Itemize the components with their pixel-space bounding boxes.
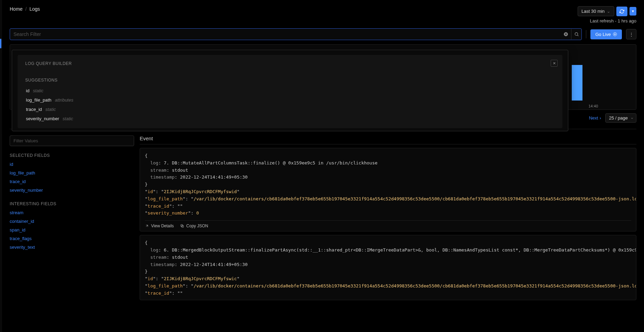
top-right-controls: Last 30 min ⌄ ▼ Last refresh - 1 hrs ago <box>578 6 636 23</box>
more-button[interactable]: ⋮ <box>626 29 636 39</box>
divider <box>586 30 586 38</box>
interesting-fields-list: stream container_id span_id trace_flags … <box>10 208 134 252</box>
selected-fields-header: SELECTED FIELDS <box>10 153 134 158</box>
suggestion-item[interactable]: severity_number static <box>25 114 555 123</box>
log-value: 6. DB::MergedBlockOutputStream::finalize… <box>164 247 636 253</box>
page-size-label: 25 / page <box>609 115 628 121</box>
last-refresh-text: Last refresh - 1 hrs ago <box>590 18 636 23</box>
go-live-label: Go Live <box>595 32 611 37</box>
field-item[interactable]: trace_flags <box>10 234 134 243</box>
log-file-path: /var/lib/docker/containers/cb681da0ebfef… <box>194 283 636 288</box>
field-item[interactable]: container_id <box>10 217 134 226</box>
clear-button[interactable] <box>561 29 571 39</box>
caret-down-icon: ▼ <box>631 9 635 13</box>
log-value: 7. DB::MutateAllPartColumnsTask::finaliz… <box>164 160 377 165</box>
next-button[interactable]: Next › <box>589 115 601 121</box>
close-button[interactable]: ✕ <box>551 60 558 67</box>
search-button[interactable] <box>571 29 581 39</box>
next-label: Next <box>589 115 598 121</box>
suggestions-title: SUGGESTIONS <box>25 78 555 83</box>
field-item[interactable]: trace_id <box>10 177 134 186</box>
interesting-fields-header: INTERESTING FIELDS <box>10 201 134 206</box>
selected-fields-list: id log_file_path trace_id severity_numbe… <box>10 160 134 195</box>
clear-icon <box>563 32 568 37</box>
log-stream: stdout <box>172 168 188 173</box>
log-timestamp: 2022-12-24T14:41:49+05:30 <box>180 262 248 267</box>
query-builder-title: LOG QUERY BUILDER <box>25 61 555 66</box>
breadcrumb: Home / Logs <box>10 6 636 12</box>
svg-line-2 <box>577 35 578 36</box>
refresh-dropdown[interactable]: ▼ <box>629 7 636 16</box>
chevron-right-icon: › <box>599 115 601 121</box>
close-icon: ✕ <box>553 61 556 65</box>
suggestion-item[interactable]: trace_id static <box>25 105 555 114</box>
log-severity: 0 <box>196 210 199 216</box>
chart-bar[interactable] <box>572 65 582 101</box>
log-stream: stdout <box>172 255 188 260</box>
page-size-select[interactable]: 25 / page <box>605 113 636 123</box>
search-input[interactable] <box>10 29 561 40</box>
suggestion-item[interactable]: id static <box>25 86 555 95</box>
time-range-label: Last 30 min <box>581 9 605 14</box>
query-builder-overlay: ✕ LOG QUERY BUILDER SUGGESTIONS id stati… <box>12 50 568 131</box>
suggestions-list: id static log_file_path attributes trace… <box>25 86 555 123</box>
copy-json-button[interactable]: Copy JSON <box>180 224 208 228</box>
go-live-button[interactable]: Go Live <box>590 29 622 39</box>
breadcrumb-logs[interactable]: Logs <box>29 6 40 12</box>
copy-icon <box>180 224 184 228</box>
field-item[interactable]: log_file_path <box>10 169 134 177</box>
search-wrap <box>10 28 582 40</box>
more-vertical-icon: ⋮ <box>629 32 634 37</box>
refresh-button[interactable] <box>616 7 627 16</box>
log-timestamp: 2022-12-24T14:41:49+05:30 <box>180 174 248 180</box>
view-details-button[interactable]: View Details <box>145 224 174 228</box>
play-icon <box>613 32 617 36</box>
suggestion-item[interactable]: log_file_path attributes <box>25 95 555 105</box>
chart-tick-label: 14:40 <box>588 104 598 108</box>
log-file-path: /var/lib/docker/containers/cb681da0ebfef… <box>194 196 636 201</box>
search-icon <box>574 32 579 37</box>
chevron-down-icon: ⌄ <box>607 9 610 14</box>
log-card[interactable]: { log: 6. DB::MergedBlockOutputStream::f… <box>140 235 636 300</box>
breadcrumb-sep: / <box>25 6 27 12</box>
log-card[interactable]: { log: 7. DB::MutateAllPartColumnsTask::… <box>140 148 636 231</box>
svg-marker-4 <box>615 34 616 35</box>
sidebar: SELECTED FIELDS id log_file_path trace_i… <box>10 135 134 300</box>
log-id: 2IJKidj8RqJCpvrcRDCFMyfswid <box>164 189 237 194</box>
filter-values-input[interactable] <box>10 135 134 146</box>
svg-point-1 <box>575 32 578 35</box>
event-header: Event <box>140 135 636 144</box>
expand-icon <box>145 224 149 228</box>
log-id: 2IJKidj8RqJCpvrcRDCFMyfswic <box>164 276 237 281</box>
field-item[interactable]: span_id <box>10 226 134 234</box>
logs-column: Event { log: 7. DB::MutateAllPartColumns… <box>140 135 636 300</box>
field-item[interactable]: severity_text <box>10 243 134 252</box>
field-item[interactable]: id <box>10 160 134 169</box>
time-range-button[interactable]: Last 30 min ⌄ <box>578 6 614 16</box>
field-item[interactable]: stream <box>10 208 134 217</box>
breadcrumb-home[interactable]: Home <box>10 6 22 12</box>
field-item[interactable]: severity_number <box>10 186 134 195</box>
refresh-icon <box>619 9 624 14</box>
